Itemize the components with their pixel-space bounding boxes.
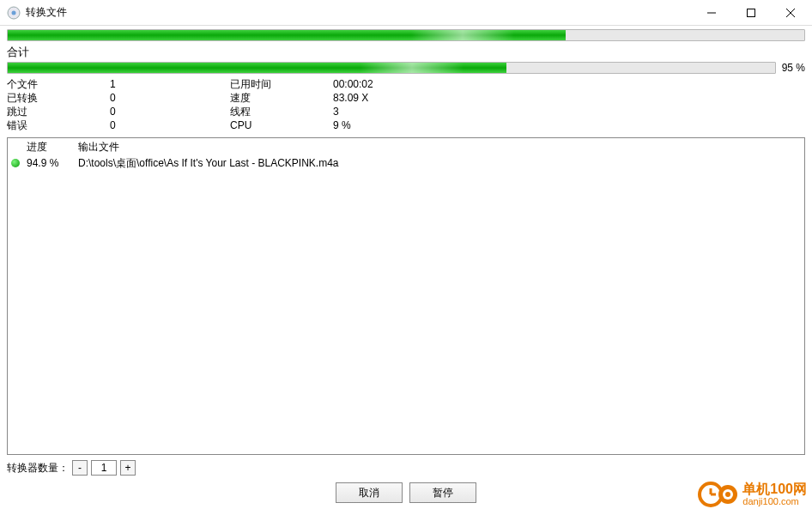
converter-count-row: 转换器数量： - + [7, 460, 805, 476]
skipped-label: 跳过 [7, 105, 110, 118]
cancel-button[interactable]: 取消 [336, 482, 403, 503]
total-progress-bar [7, 62, 776, 74]
close-button[interactable] [771, 0, 810, 26]
pause-button[interactable]: 暂停 [409, 482, 476, 503]
app-icon [7, 6, 21, 20]
row-file-path: D:\tools\桌面\office\As If It's Your Last … [75, 156, 804, 171]
status-dot-icon [11, 159, 20, 167]
header-output-file: 输出文件 [75, 140, 804, 155]
speed-value: 83.09 X [333, 91, 453, 105]
window-title: 转换文件 [26, 5, 692, 20]
errors-label: 错误 [7, 118, 110, 132]
converter-count-input[interactable] [91, 460, 117, 476]
increment-button[interactable]: + [120, 460, 136, 476]
titlebar: 转换文件 [0, 0, 812, 26]
converter-count-label: 转换器数量： [7, 461, 69, 476]
total-percent-text: 95 % [776, 62, 805, 74]
files-value: 1 [110, 77, 230, 91]
elapsed-value: 00:00:02 [333, 77, 453, 91]
header-progress: 进度 [23, 140, 75, 155]
threads-value: 3 [333, 105, 453, 118]
errors-value: 0 [110, 118, 230, 132]
cpu-value: 9 % [333, 118, 453, 132]
converted-label: 已转换 [7, 91, 110, 105]
cpu-label: CPU [230, 118, 333, 132]
converted-value: 0 [110, 91, 230, 105]
speed-label: 速度 [230, 91, 333, 105]
files-label: 个文件 [7, 77, 110, 91]
total-label: 合计 [7, 45, 805, 60]
threads-label: 线程 [230, 105, 333, 118]
row-progress: 94.9 % [23, 157, 75, 169]
svg-point-1 [12, 10, 16, 15]
content-area: 合计 95 % 个文件 1 已用时间 00:00:02 已转换 0 速度 83.… [0, 26, 812, 509]
svg-rect-3 [748, 9, 755, 16]
file-list-header: 进度 输出文件 [8, 138, 804, 155]
maximize-button[interactable] [731, 0, 771, 26]
decrement-button[interactable]: - [72, 460, 88, 476]
minimize-button[interactable] [692, 0, 731, 26]
table-row[interactable]: 94.9 % D:\tools\桌面\office\As If It's You… [8, 155, 804, 171]
skipped-value: 0 [110, 105, 230, 118]
window-controls [692, 0, 810, 26]
action-buttons: 取消 暂停 [7, 482, 805, 503]
elapsed-label: 已用时间 [230, 77, 333, 91]
stats-grid: 个文件 1 已用时间 00:00:02 已转换 0 速度 83.09 X 跳过 … [7, 77, 805, 132]
current-progress-bar [7, 29, 805, 41]
file-list-panel: 进度 输出文件 94.9 % D:\tools\桌面\office\As If … [7, 137, 805, 455]
total-progress-row: 95 % [7, 62, 805, 74]
